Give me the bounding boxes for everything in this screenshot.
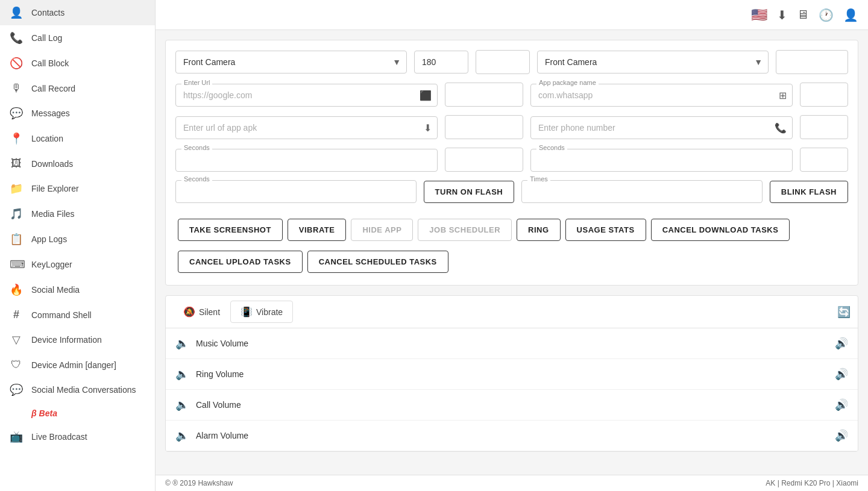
fileexplorer-icon: 📁 [10, 182, 23, 195]
camera1-select-field: Front Camera Back Camera ▼ [175, 51, 407, 73]
music-volume-row: 🔈 Music Volume 🔊 [166, 328, 858, 359]
camera2-select[interactable]: Front Camera Back Camera [537, 51, 769, 73]
turn-on-flash-button[interactable]: TURN ON FLASH [424, 181, 515, 203]
empty-field-6 [800, 115, 848, 139]
sidebar-item-location[interactable]: 📍 Location [0, 126, 155, 151]
sidebar-item-mediafiles[interactable]: 🎵 Media Files [0, 201, 155, 227]
deviceadmin-icon: 🛡 [10, 358, 23, 371]
seconds1-field [414, 51, 468, 73]
blink-flash-button[interactable]: BLINK FLASH [770, 181, 848, 203]
refresh-button[interactable]: 🔄 [837, 305, 851, 319]
sidebar-item-messages[interactable]: 💬 Messages [0, 101, 155, 126]
phone-input[interactable] [530, 116, 793, 139]
seconds1-input[interactable] [414, 51, 468, 73]
cancel-download-button[interactable]: CANCEL DOWNLOAD TASKS [651, 219, 790, 241]
sound-section: 🔕 Silent 📳 Vibrate 🔄 🔈 Music Volume 🔊 🔈 … [165, 295, 858, 452]
ring-button[interactable]: RING [517, 219, 561, 241]
callblock-icon: 🚫 [10, 57, 23, 70]
applogs-icon: 📋 [10, 233, 23, 246]
url-row: Enter Url ⬛ App package name ⊞ [175, 83, 848, 107]
ring-vol-right-icon[interactable]: 🔊 [835, 367, 848, 381]
vibrate-button[interactable]: VIBRATE [288, 219, 347, 241]
apk-url-field: ⬇ [175, 116, 438, 139]
silent-tab[interactable]: 🔕 Silent [173, 301, 230, 323]
sidebar-item-contacts[interactable]: 👤 Contacts [0, 0, 155, 25]
flag-icon[interactable]: 🇺🇸 [751, 7, 767, 23]
apk-phone-row: ⬇ 📞 [175, 115, 848, 139]
cancel-scheduled-button[interactable]: CANCEL SCHEDULED TASKS [307, 251, 448, 273]
sidebar-item-calllog[interactable]: 📞 Call Log [0, 25, 155, 51]
job-scheduler-button[interactable]: JOB SCHEDULER [418, 219, 512, 241]
music-vol-left-icon[interactable]: 🔈 [175, 337, 189, 350]
enter-url-field: Enter Url ⬛ [175, 84, 438, 107]
location-icon: 📍 [10, 132, 23, 145]
music-vol-right-icon[interactable]: 🔊 [835, 337, 848, 350]
sidebar-item-fileexplorer[interactable]: 📁 File Explorer [0, 176, 155, 201]
camera1-select[interactable]: Front Camera Back Camera [175, 51, 407, 73]
seconds2-input[interactable]: 180 [175, 149, 438, 172]
enter-url-input[interactable] [175, 84, 438, 107]
contacts-icon: 👤 [10, 6, 23, 19]
sidebar-item-livebroadcast[interactable]: 📺 Live Broadcast [0, 424, 155, 449]
main-content: 🇺🇸 ⬇ 🖥 🕐 👤 Front Camera Back Camera ▼ [156, 0, 868, 491]
empty-field-8 [800, 148, 848, 172]
app-package-input[interactable] [530, 84, 793, 107]
call-vol-right-icon[interactable]: 🔊 [835, 398, 848, 411]
seconds4-field: Seconds 30 [175, 180, 417, 203]
clock-icon[interactable]: 🕐 [819, 8, 834, 22]
apk-download-icon: ⬇ [424, 122, 432, 134]
cancel-upload-button[interactable]: CANCEL UPLOAD TASKS [178, 251, 303, 273]
vibrate-tab[interactable]: 📳 Vibrate [230, 301, 293, 323]
times-input[interactable]: 7 [521, 180, 763, 203]
sidebar-item-deviceadmin[interactable]: 🛡 Device Admin [danger] [0, 352, 155, 377]
sidebar: 👤 Contacts 📞 Call Log 🚫 Call Block 🎙 Cal… [0, 0, 156, 491]
footer-right: AK | Redmi K20 Pro | Xiaomi [766, 479, 858, 487]
sidebar-item-callblock[interactable]: 🚫 Call Block [0, 51, 155, 76]
empty-field-2 [776, 50, 848, 74]
sound-tabs: 🔕 Silent 📳 Vibrate 🔄 [166, 296, 858, 328]
call-vol-left-icon[interactable]: 🔈 [175, 398, 189, 411]
app-package-icon: ⊞ [779, 90, 787, 101]
alarm-vol-left-icon[interactable]: 🔈 [175, 429, 189, 442]
form-section: Front Camera Back Camera ▼ Front Camera … [165, 40, 858, 286]
sidebar-item-beta[interactable]: β Beta [0, 402, 155, 424]
screen-icon[interactable]: 🖥 [797, 8, 809, 22]
seconds3-label: Seconds [536, 144, 567, 151]
vibrate-sound-icon: 📳 [241, 306, 253, 317]
socialconvos-icon: 💬 [10, 383, 23, 396]
seconds4-input[interactable]: 30 [175, 180, 417, 203]
calllog-icon: 📞 [10, 31, 23, 45]
alarm-volume-row: 🔈 Alarm Volume 🔊 [166, 421, 858, 451]
sidebar-item-socialconvos[interactable]: 💬 Social Media Conversations [0, 377, 155, 402]
alarm-vol-right-icon[interactable]: 🔊 [835, 429, 848, 442]
take-screenshot-button[interactable]: TAKE SCREENSHOT [178, 219, 283, 241]
sidebar-item-downloads[interactable]: 🖼 Downloads [0, 151, 155, 176]
keylogger-icon: ⌨ [10, 258, 23, 271]
enter-url-label: Enter Url [181, 79, 212, 86]
livebroadcast-icon: 📺 [10, 430, 23, 443]
sidebar-item-keylogger[interactable]: ⌨ KeyLogger [0, 252, 155, 277]
deviceinfo-icon: ▽ [10, 333, 23, 346]
messages-icon: 💬 [10, 107, 23, 120]
usage-stats-button[interactable]: USAGE STATS [565, 219, 646, 241]
action-buttons-row-1: TAKE SCREENSHOT VIBRATE HIDE APP JOB SCH… [175, 211, 848, 243]
seconds3-input[interactable]: 180 [530, 149, 793, 172]
download-icon[interactable]: ⬇ [777, 8, 787, 22]
sidebar-item-deviceinfo[interactable]: ▽ Device Information [0, 327, 155, 352]
apk-url-input[interactable] [175, 116, 438, 139]
hide-app-button[interactable]: HIDE APP [351, 219, 413, 241]
account-icon[interactable]: 👤 [843, 8, 858, 22]
sidebar-item-applogs[interactable]: 📋 App Logs [0, 227, 155, 252]
sidebar-item-callrecord[interactable]: 🎙 Call Record [0, 76, 155, 101]
phone-icon: 📞 [775, 122, 787, 134]
app-package-label: App package name [536, 79, 599, 86]
ring-vol-left-icon[interactable]: 🔈 [175, 367, 189, 381]
footer: © ® 2019 Hawkshaw AK | Redmi K20 Pro | X… [156, 475, 868, 491]
downloads-icon: 🖼 [10, 157, 23, 170]
sidebar-item-socialmedia[interactable]: 🔥 Social Media [0, 277, 155, 302]
seconds2-field: Seconds 180 [175, 149, 438, 172]
phone-field: 📞 [530, 116, 793, 139]
sidebar-item-commandshell[interactable]: # Command Shell [0, 302, 155, 327]
empty-field-4 [800, 83, 848, 107]
times-field: Times 7 [521, 180, 763, 203]
